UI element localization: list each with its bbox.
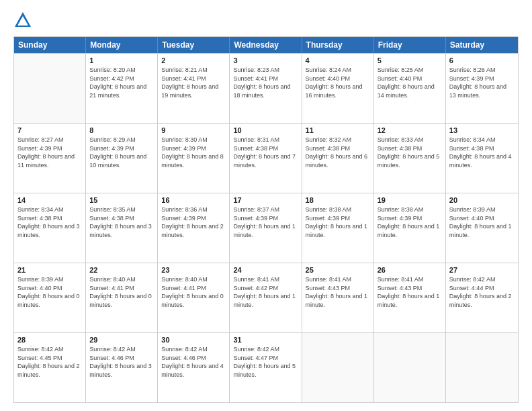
day-cell-18: 18Sunrise: 8:38 AMSunset: 4:39 PMDayligh… [302, 193, 374, 263]
day-number: 31 [233, 336, 298, 344]
day-cell-4: 4Sunrise: 8:24 AMSunset: 4:40 PMDaylight… [302, 54, 374, 123]
day-info: Sunrise: 8:40 AMSunset: 4:41 PMDaylight:… [161, 275, 226, 309]
header-day-friday: Friday [374, 37, 446, 53]
week-row-3: 14Sunrise: 8:34 AMSunset: 4:38 PMDayligh… [14, 193, 518, 263]
day-number: 8 [89, 126, 154, 134]
day-cell-29: 29Sunrise: 8:42 AMSunset: 4:46 PMDayligh… [86, 333, 158, 402]
day-cell-30: 30Sunrise: 8:42 AMSunset: 4:46 PMDayligh… [158, 333, 230, 402]
day-number: 3 [233, 56, 298, 64]
empty-cell [302, 333, 374, 402]
empty-cell [374, 333, 446, 402]
day-number: 5 [378, 56, 442, 64]
day-cell-12: 12Sunrise: 8:33 AMSunset: 4:38 PMDayligh… [374, 124, 446, 193]
day-cell-13: 13Sunrise: 8:34 AMSunset: 4:38 PMDayligh… [446, 124, 518, 193]
day-number: 1 [89, 56, 154, 64]
empty-cell [446, 333, 518, 402]
day-info: Sunrise: 8:40 AMSunset: 4:41 PMDaylight:… [89, 275, 154, 309]
day-cell-19: 19Sunrise: 8:38 AMSunset: 4:39 PMDayligh… [374, 193, 446, 263]
day-info: Sunrise: 8:42 AMSunset: 4:46 PMDaylight:… [161, 345, 226, 379]
week-row-5: 28Sunrise: 8:42 AMSunset: 4:45 PMDayligh… [14, 332, 518, 402]
day-info: Sunrise: 8:41 AMSunset: 4:43 PMDaylight:… [378, 275, 442, 309]
day-cell-11: 11Sunrise: 8:32 AMSunset: 4:38 PMDayligh… [302, 124, 374, 193]
day-info: Sunrise: 8:34 AMSunset: 4:38 PMDaylight:… [449, 136, 515, 169]
day-number: 21 [17, 266, 82, 274]
day-cell-17: 17Sunrise: 8:37 AMSunset: 4:39 PMDayligh… [230, 193, 302, 263]
day-number: 2 [161, 56, 226, 64]
day-cell-15: 15Sunrise: 8:35 AMSunset: 4:38 PMDayligh… [86, 193, 158, 263]
day-number: 16 [161, 196, 226, 204]
calendar: SundayMondayTuesdayWednesdayThursdayFrid… [13, 36, 519, 403]
day-cell-2: 2Sunrise: 8:21 AMSunset: 4:41 PMDaylight… [158, 54, 230, 123]
day-number: 18 [306, 196, 370, 204]
day-info: Sunrise: 8:29 AMSunset: 4:39 PMDaylight:… [89, 136, 154, 169]
day-info: Sunrise: 8:26 AMSunset: 4:39 PMDaylight:… [449, 66, 515, 99]
day-number: 23 [161, 266, 226, 274]
day-cell-5: 5Sunrise: 8:25 AMSunset: 4:40 PMDaylight… [374, 54, 446, 123]
header-day-sunday: Sunday [14, 37, 86, 53]
day-cell-9: 9Sunrise: 8:30 AMSunset: 4:39 PMDaylight… [158, 124, 230, 193]
day-info: Sunrise: 8:32 AMSunset: 4:38 PMDaylight:… [306, 136, 370, 169]
day-number: 14 [17, 196, 82, 204]
day-info: Sunrise: 8:20 AMSunset: 4:42 PMDaylight:… [89, 66, 154, 99]
day-cell-23: 23Sunrise: 8:40 AMSunset: 4:41 PMDayligh… [158, 263, 230, 332]
day-number: 26 [378, 266, 442, 274]
day-info: Sunrise: 8:42 AMSunset: 4:47 PMDaylight:… [233, 345, 298, 379]
day-info: Sunrise: 8:25 AMSunset: 4:40 PMDaylight:… [378, 66, 442, 99]
day-number: 24 [233, 266, 298, 274]
day-info: Sunrise: 8:42 AMSunset: 4:44 PMDaylight:… [449, 275, 515, 309]
day-number: 28 [17, 336, 82, 344]
day-info: Sunrise: 8:21 AMSunset: 4:41 PMDaylight:… [161, 66, 226, 99]
day-cell-25: 25Sunrise: 8:41 AMSunset: 4:43 PMDayligh… [302, 263, 374, 332]
day-cell-10: 10Sunrise: 8:31 AMSunset: 4:38 PMDayligh… [230, 124, 302, 193]
day-info: Sunrise: 8:38 AMSunset: 4:39 PMDaylight:… [378, 205, 442, 239]
day-info: Sunrise: 8:33 AMSunset: 4:38 PMDaylight:… [378, 136, 442, 169]
day-number: 30 [161, 336, 226, 344]
day-number: 25 [306, 266, 370, 274]
day-cell-28: 28Sunrise: 8:42 AMSunset: 4:45 PMDayligh… [14, 333, 86, 402]
day-info: Sunrise: 8:27 AMSunset: 4:39 PMDaylight:… [17, 136, 82, 169]
day-info: Sunrise: 8:37 AMSunset: 4:39 PMDaylight:… [233, 205, 298, 239]
day-info: Sunrise: 8:35 AMSunset: 4:38 PMDaylight:… [89, 205, 154, 239]
day-cell-1: 1Sunrise: 8:20 AMSunset: 4:42 PMDaylight… [86, 54, 158, 123]
day-info: Sunrise: 8:41 AMSunset: 4:42 PMDaylight:… [233, 275, 298, 309]
day-info: Sunrise: 8:38 AMSunset: 4:39 PMDaylight:… [306, 205, 370, 239]
day-number: 15 [89, 196, 154, 204]
day-number: 29 [89, 336, 154, 344]
day-info: Sunrise: 8:34 AMSunset: 4:38 PMDaylight:… [17, 205, 82, 239]
day-cell-27: 27Sunrise: 8:42 AMSunset: 4:44 PMDayligh… [446, 263, 518, 332]
day-info: Sunrise: 8:39 AMSunset: 4:40 PMDaylight:… [17, 275, 82, 309]
day-cell-7: 7Sunrise: 8:27 AMSunset: 4:39 PMDaylight… [14, 124, 86, 193]
day-number: 17 [233, 196, 298, 204]
day-info: Sunrise: 8:30 AMSunset: 4:39 PMDaylight:… [161, 136, 226, 169]
day-info: Sunrise: 8:31 AMSunset: 4:38 PMDaylight:… [233, 136, 298, 169]
day-info: Sunrise: 8:24 AMSunset: 4:40 PMDaylight:… [306, 66, 370, 99]
day-number: 7 [17, 126, 82, 134]
calendar-header: SundayMondayTuesdayWednesdayThursdayFrid… [14, 37, 518, 53]
day-cell-21: 21Sunrise: 8:39 AMSunset: 4:40 PMDayligh… [14, 263, 86, 332]
header-day-tuesday: Tuesday [158, 37, 230, 53]
day-number: 10 [233, 126, 298, 134]
day-cell-16: 16Sunrise: 8:36 AMSunset: 4:39 PMDayligh… [158, 193, 230, 263]
day-number: 11 [306, 126, 370, 134]
week-row-2: 7Sunrise: 8:27 AMSunset: 4:39 PMDaylight… [14, 123, 518, 193]
header-day-monday: Monday [86, 37, 158, 53]
day-cell-31: 31Sunrise: 8:42 AMSunset: 4:47 PMDayligh… [230, 333, 302, 402]
empty-cell [14, 54, 86, 123]
day-info: Sunrise: 8:42 AMSunset: 4:46 PMDaylight:… [89, 345, 154, 379]
day-info: Sunrise: 8:36 AMSunset: 4:39 PMDaylight:… [161, 205, 226, 239]
day-info: Sunrise: 8:39 AMSunset: 4:40 PMDaylight:… [449, 205, 515, 239]
day-number: 19 [378, 196, 442, 204]
header-day-wednesday: Wednesday [230, 37, 302, 53]
day-number: 9 [161, 126, 226, 134]
day-cell-26: 26Sunrise: 8:41 AMSunset: 4:43 PMDayligh… [374, 263, 446, 332]
day-number: 22 [89, 266, 154, 274]
day-cell-6: 6Sunrise: 8:26 AMSunset: 4:39 PMDaylight… [446, 54, 518, 123]
day-cell-8: 8Sunrise: 8:29 AMSunset: 4:39 PMDaylight… [86, 124, 158, 193]
week-row-4: 21Sunrise: 8:39 AMSunset: 4:40 PMDayligh… [14, 263, 518, 332]
header-day-thursday: Thursday [302, 37, 374, 53]
day-cell-14: 14Sunrise: 8:34 AMSunset: 4:38 PMDayligh… [14, 193, 86, 263]
day-number: 13 [449, 126, 515, 134]
header-day-saturday: Saturday [446, 37, 518, 53]
logo [13, 11, 35, 30]
day-cell-22: 22Sunrise: 8:40 AMSunset: 4:41 PMDayligh… [86, 263, 158, 332]
